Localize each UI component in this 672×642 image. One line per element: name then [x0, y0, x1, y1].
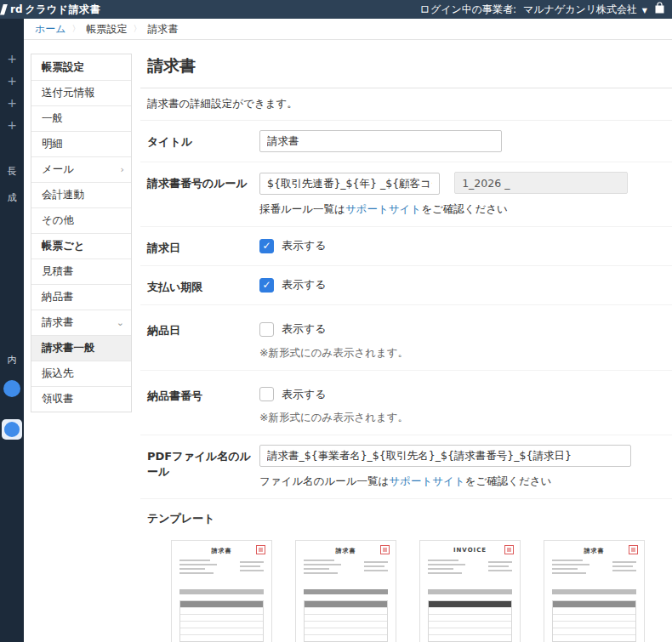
pdf-filename-rule-label: PDFファイル名のルール	[147, 445, 259, 489]
preview-band	[304, 589, 388, 594]
sidebar-item-delivery-slip[interactable]: 納品書	[31, 284, 131, 310]
delivery-date-label: 納品日	[147, 315, 259, 361]
breadcrumb-invoice: 請求書	[148, 22, 179, 37]
brand-logo-partial-icon	[0, 4, 8, 15]
preview-table	[552, 600, 636, 642]
sidebar-item-bank-account[interactable]: 振込先	[31, 361, 131, 386]
add-button[interactable]: +	[5, 119, 19, 131]
sidebar-item-quote[interactable]: 見積書	[31, 259, 131, 284]
rail-nav-item[interactable]: 長	[8, 165, 17, 178]
sidebar-item-accounting-link[interactable]: 会計連動	[31, 182, 131, 207]
breadcrumb-home[interactable]: ホーム	[35, 22, 66, 37]
template-option-simple[interactable]: 請求書 シンプル	[544, 540, 645, 642]
rail-nav-item[interactable]: 成	[8, 191, 17, 204]
pdf-filename-rule-input[interactable]	[259, 445, 631, 467]
title-row: タイトル	[140, 121, 672, 162]
page-description: 請求書の詳細設定ができます。	[140, 88, 672, 121]
template-list: 請求書 繰越欄付き 請求書	[140, 540, 672, 642]
breadcrumb-form-settings[interactable]: 帳票設定	[87, 22, 128, 37]
checkbox-icon	[259, 322, 274, 337]
template-option-carryover[interactable]: 請求書 繰越欄付き	[171, 540, 272, 642]
checkbox-icon	[259, 278, 274, 293]
preview-table	[428, 600, 512, 642]
content-area: 帳票設定 送付元情報 一般 明細 メール › 会計連動 その他 帳票ごと 見積書…	[24, 40, 672, 642]
preview-band	[552, 589, 636, 594]
breadcrumb-separator: 〉	[72, 23, 81, 35]
sidebar-item-detail[interactable]: 明細	[31, 131, 131, 156]
sidebar-item-mail[interactable]: メール ›	[31, 156, 131, 182]
template-section-label: テンプレート	[140, 499, 672, 533]
invoice-date-row: 請求日 表示する	[140, 227, 672, 266]
top-bar: rd クラウド請求書 ログイン中の事業者: マルナゲカンリ株式会社 ▼	[0, 0, 672, 19]
rail-nav-item[interactable]: 内	[8, 354, 17, 366]
preview-meta-lines	[612, 561, 638, 574]
delivery-number-note: ※新形式にのみ表示されます。	[259, 411, 672, 425]
preview-meta-lines	[240, 561, 265, 574]
sidebar-item-sender-info[interactable]: 送付元情報	[31, 80, 131, 105]
delivery-date-note: ※新形式にのみ表示されます。	[259, 346, 672, 361]
service-icon[interactable]	[3, 380, 20, 397]
chevron-right-icon: ›	[121, 164, 124, 175]
sidebar-header-form-settings: 帳票設定	[31, 54, 131, 80]
sidebar-item-invoice[interactable]: 請求書 ⌄	[31, 310, 131, 335]
add-button[interactable]: +	[5, 97, 19, 109]
service-icon	[4, 422, 20, 437]
page-title: 請求書	[140, 50, 672, 88]
brand[interactable]: rd クラウド請求書	[0, 0, 100, 19]
checkbox-icon	[259, 387, 274, 401]
preview-meta-lines	[488, 561, 514, 574]
settings-sidebar: 帳票設定 送付元情報 一般 明細 メール › 会計連動 その他 帳票ごと 見積書…	[31, 54, 132, 412]
preview-table	[179, 600, 264, 642]
preview-address-lines	[304, 560, 343, 577]
stamp-icon	[504, 545, 514, 554]
payment-due-row: 支払い期限 表示する	[140, 266, 672, 305]
brand-logo-text: rd	[10, 3, 23, 15]
payment-due-checkbox[interactable]: 表示する	[259, 276, 327, 293]
stamp-icon	[380, 545, 390, 554]
service-tile[interactable]	[2, 419, 22, 440]
collapsed-nav-rail: + + + + 長 成 内	[0, 19, 24, 642]
delivery-number-checkbox[interactable]: 表示する	[259, 385, 327, 402]
title-input[interactable]	[259, 130, 502, 152]
login-business-label: ログイン中の事業者:	[420, 3, 516, 17]
support-site-link[interactable]: サポートサイト	[389, 474, 464, 487]
product-name: クラウド請求書	[26, 3, 101, 17]
bag-icon[interactable]	[654, 2, 665, 17]
add-button[interactable]: +	[5, 53, 19, 65]
template-preview: 請求書	[295, 540, 396, 642]
template-option-english[interactable]: INVOICE 英字テンプレート	[419, 540, 521, 642]
company-dropdown[interactable]: マルナゲカンリ株式会社 ▼	[523, 3, 647, 17]
pdf-filename-rule-row: PDFファイル名のルール ファイル名のルール一覧はサポートサイトをご確認ください	[140, 435, 672, 499]
preview-table	[304, 600, 388, 642]
delivery-number-row: 納品書番号 表示する ※新形式にのみ表示されます。	[140, 371, 672, 436]
invoice-number-rule-input[interactable]	[259, 173, 440, 195]
template-preview: 請求書	[544, 540, 645, 642]
sidebar-item-receipt[interactable]: 領収書	[31, 386, 131, 412]
company-name: マルナゲカンリ株式会社	[523, 3, 637, 15]
invoice-date-checkbox[interactable]: 表示する	[259, 236, 327, 253]
preview-address-lines	[552, 560, 591, 577]
payment-due-label: 支払い期限	[147, 276, 259, 295]
checkbox-icon	[259, 239, 274, 253]
chevron-down-icon: ▼	[642, 7, 647, 14]
add-button[interactable]: +	[5, 75, 19, 87]
support-site-link[interactable]: サポートサイト	[345, 202, 421, 215]
sidebar-item-general[interactable]: 一般	[31, 105, 131, 131]
sidebar-item-other[interactable]: その他	[31, 207, 131, 233]
breadcrumb-separator: 〉	[134, 23, 142, 35]
breadcrumb: ホーム 〉 帳票設定 〉 請求書	[24, 19, 672, 40]
stamp-icon	[629, 545, 638, 554]
title-label: タイトル	[147, 130, 259, 152]
sidebar-item-invoice-general[interactable]: 請求書一般	[31, 335, 131, 361]
preview-address-lines	[179, 560, 219, 577]
invoice-date-label: 請求日	[147, 236, 259, 256]
invoice-number-rule-row: 請求書番号のルール 採番ルール一覧はサポートサイトをご確認ください	[140, 162, 672, 227]
delivery-date-checkbox[interactable]: 表示する	[259, 320, 327, 337]
template-preview: INVOICE	[419, 540, 521, 642]
preview-address-lines	[428, 560, 467, 577]
template-preview: 請求書	[171, 540, 272, 642]
stamp-icon	[256, 545, 265, 554]
preview-band	[179, 589, 264, 594]
delivery-date-row: 納品日 表示する ※新形式にのみ表示されます。	[140, 305, 672, 371]
template-option-window-envelope[interactable]: 請求書 窓付き封筒対応	[295, 540, 396, 642]
